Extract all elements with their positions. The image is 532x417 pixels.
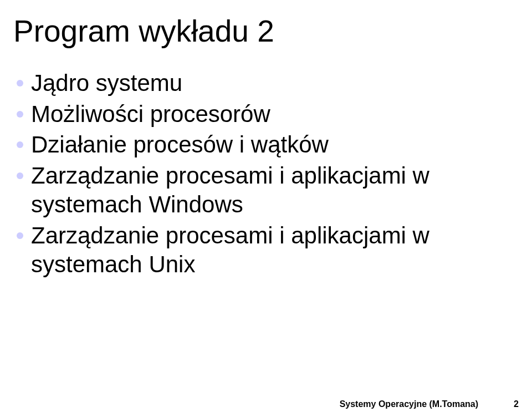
- bullet-item: Działanie procesów i wątków: [17, 130, 519, 160]
- bullet-icon: [17, 172, 23, 179]
- bullet-text: Jądro systemu: [31, 69, 182, 98]
- slide: Program wykładu 2 Jądro systemu Możliwoś…: [0, 0, 532, 417]
- bullet-icon: [17, 232, 23, 239]
- slide-footer: Systemy Operacyjne (M.Tomana) 2: [340, 399, 519, 409]
- bullet-icon: [17, 111, 23, 118]
- footer-page-number: 2: [514, 399, 519, 409]
- bullet-icon: [17, 141, 23, 148]
- footer-label: Systemy Operacyjne (M.Tomana): [340, 399, 478, 409]
- bullet-item: Zarządzanie procesami i aplikacjami w sy…: [17, 161, 519, 220]
- bullet-text: Działanie procesów i wątków: [31, 130, 329, 160]
- bullet-list: Jądro systemu Możliwości procesorów Dzia…: [17, 69, 519, 279]
- bullet-item: Możliwości procesorów: [17, 100, 519, 129]
- bullet-item: Jądro systemu: [17, 69, 519, 98]
- bullet-text: Zarządzanie procesami i aplikacjami w sy…: [31, 161, 519, 220]
- bullet-item: Zarządzanie procesami i aplikacjami w sy…: [17, 221, 519, 279]
- slide-title: Program wykładu 2: [13, 13, 519, 49]
- bullet-text: Możliwości procesorów: [31, 100, 270, 129]
- bullet-text: Zarządzanie procesami i aplikacjami w sy…: [31, 221, 519, 279]
- bullet-icon: [17, 80, 23, 87]
